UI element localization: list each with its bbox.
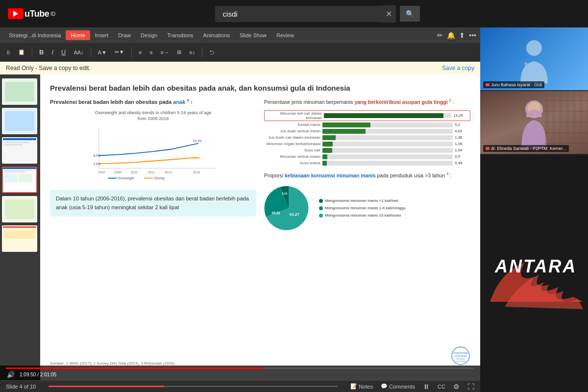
- bar-fill-5: [322, 142, 333, 147]
- search-clear-button[interactable]: ✕: [382, 5, 396, 23]
- bar-fill-6: [322, 148, 332, 153]
- slide-thumbnails-panel: [0, 74, 40, 380]
- time-display: 1:09:50 / 2:01:05: [20, 372, 56, 377]
- captions-button[interactable]: CC: [438, 384, 445, 390]
- svg-text:INDONESIA: INDONESIA: [456, 361, 466, 363]
- toolbar-underline[interactable]: U: [58, 48, 69, 57]
- yt-logo-id: ID: [50, 11, 55, 17]
- toolbar-align[interactable]: ⊞: [174, 48, 184, 56]
- bar-label-1: Minuman teh cair dalam kemasan: [266, 111, 322, 120]
- svg-text:15,4%: 15,4%: [193, 139, 202, 143]
- tab-review[interactable]: Review: [271, 30, 299, 40]
- legend-dot-1: [319, 199, 323, 203]
- toolbar-spacing[interactable]: ≡↕: [186, 49, 198, 56]
- bar-track-2: [322, 122, 453, 127]
- toolbar-paste[interactable]: 📋: [15, 48, 28, 56]
- chart-caption-2: from 2006-2016: [50, 116, 256, 121]
- toolbar-bullet-list[interactable]: ≡: [136, 49, 145, 56]
- bar-label-8: Susu bubuk: [264, 161, 320, 165]
- toolbar-font-color[interactable]: A▼: [95, 49, 110, 56]
- slide-thumb-1[interactable]: [2, 78, 37, 105]
- slide-container: Prevalensi berat badan lebih dan obesita…: [0, 74, 480, 380]
- save-copy-button[interactable]: Save a copy: [442, 65, 474, 72]
- svg-point-27: [526, 40, 542, 56]
- comments-icon: 💬: [381, 383, 388, 390]
- readonly-notification-bar: Read Only - Save a copy to edit. Save a …: [0, 62, 480, 74]
- chart-caption-1: Overweight and obesity trends in childre…: [50, 110, 256, 115]
- antara-watermark-area: ANTARA: [480, 155, 588, 392]
- search-submit-button[interactable]: 🔍: [400, 6, 420, 22]
- fullscreen-button[interactable]: ⛶: [467, 383, 474, 391]
- toolbar-icon-more[interactable]: •••: [469, 31, 476, 39]
- bar-fill-1: [324, 113, 443, 118]
- svg-text:ANTARA: ANTARA: [494, 256, 577, 276]
- youtube-logo[interactable]: uTube ID: [8, 8, 55, 19]
- slide-thumb-5[interactable]: [2, 196, 37, 222]
- notes-button[interactable]: 📝 Notes: [350, 383, 373, 390]
- info-box-text: Dalam 10 tahun (2006-2016), prevalensi o…: [56, 196, 249, 210]
- bar-value-7: 0,5: [455, 154, 470, 159]
- pie-section-title: Proporsi kebiasaan konsumsi minuman mani…: [264, 172, 470, 179]
- toolbar-icon-pen[interactable]: ✏: [437, 31, 443, 39]
- ministry-logo-area: KEMENTERIAN KESEHATAN REPUBLIK INDONESIA: [264, 346, 470, 366]
- tab-insert[interactable]: Insert: [90, 30, 114, 40]
- pause-button[interactable]: ⏸: [423, 383, 430, 391]
- tab-draw[interactable]: Draw: [113, 30, 136, 40]
- slide-thumb-4[interactable]: [2, 167, 37, 193]
- bar-label-5: Minuman ringan berkarbonaasi: [264, 142, 320, 146]
- slide-thumb-2[interactable]: [2, 108, 37, 134]
- svg-text:2016: 2016: [193, 171, 200, 174]
- toolbar-bold[interactable]: B: [36, 48, 47, 57]
- svg-text:61,27: 61,27: [290, 212, 300, 217]
- volume-button[interactable]: 🔊: [6, 371, 16, 378]
- bar-chart: Minuman teh cair dalam kemasan 13,26 Ken…: [264, 110, 470, 166]
- bar-chart-title: Persentase jenis minuman berpemanis yang…: [264, 98, 470, 105]
- tab-home[interactable]: Home: [66, 30, 90, 40]
- ppt-formatting-toolbar: ⎘ 📋 B I U AA↕ A▼ ✏▼ ≡ ≡ ≡→ ⊞ ≡↕ ⮌: [0, 43, 480, 62]
- yt-play-icon: [8, 8, 24, 19]
- bar-value-6: 1,04: [455, 148, 470, 152]
- tab-transitions[interactable]: Transitions: [162, 30, 198, 40]
- toolbar-numbered-list[interactable]: ≡: [147, 49, 155, 56]
- video-progress-bar[interactable]: [6, 368, 474, 369]
- toolbar-font-size[interactable]: AA↕: [71, 49, 86, 56]
- obesity-info-box: Dalam 10 tahun (2006-2016), prevalensi o…: [50, 190, 256, 217]
- bar-value-5: 1,06: [455, 142, 470, 146]
- video-controls-bar: 🔊 1:09:50 / 2:01:05: [0, 366, 480, 380]
- toolbar-italic[interactable]: I: [49, 48, 56, 57]
- toolbar-highlight[interactable]: ✏▼: [112, 48, 127, 56]
- legend-label-1: Mengonsumsi minuman manis >1 kali/hari: [325, 198, 398, 203]
- bookshelf-bg: [545, 91, 588, 154]
- svg-text:Obesity: Obesity: [154, 177, 165, 181]
- tab-animations[interactable]: Animations: [198, 30, 235, 40]
- toolbar-undo[interactable]: ⮌: [206, 49, 218, 56]
- svg-text:2014: 2014: [165, 171, 172, 174]
- speaker-1-avatar: [514, 34, 554, 83]
- svg-text:REPUBLIK: REPUBLIK: [456, 358, 465, 360]
- bar-track-4: [322, 135, 453, 140]
- pie-chart-svg: 61,27 30,22 8,51: [264, 184, 313, 233]
- toolbar-indent[interactable]: ≡→: [158, 49, 172, 56]
- speaker-2-thumbnail: dr. Elineda Sariwati - P2PTM: Kemer...: [480, 91, 588, 155]
- slide-thumb-3[interactable]: [2, 137, 37, 164]
- tab-design[interactable]: Design: [136, 30, 162, 40]
- toolbar-icon-share[interactable]: ⬆: [459, 31, 465, 39]
- toolbar-clipboard[interactable]: ⎘: [4, 49, 13, 56]
- tab-slideshow[interactable]: Slide Show: [235, 30, 271, 40]
- legend-item-3: Mengonsumsi minuman manis ≤3 kali/bulan: [319, 213, 406, 218]
- controls-row: 🔊 1:09:50 / 2:01:05: [6, 371, 474, 378]
- settings-button[interactable]: ⚙: [453, 383, 460, 391]
- bar-row-3: Jus buah serbuk instan 4,62: [264, 129, 470, 134]
- comments-button[interactable]: 💬 Comments: [381, 383, 415, 390]
- bar-track-3: [322, 129, 453, 134]
- antara-brand: ANTARA: [485, 233, 583, 314]
- line-chart-box: Overweight and obesity trends in childre…: [50, 108, 256, 186]
- legend-dot-2: [319, 206, 323, 210]
- toolbar-icon-bookmark[interactable]: 🔔: [447, 31, 455, 39]
- slide-thumb-6[interactable]: [2, 225, 37, 252]
- search-input[interactable]: [215, 6, 382, 22]
- youtube-search-bar[interactable]: ✕ 🔍: [215, 5, 421, 23]
- tab-strategy[interactable]: Strategi...di Indonesia: [4, 30, 66, 40]
- bar-value-3: 4,62: [455, 129, 470, 133]
- antara-logo-container: ANTARA: [480, 155, 588, 392]
